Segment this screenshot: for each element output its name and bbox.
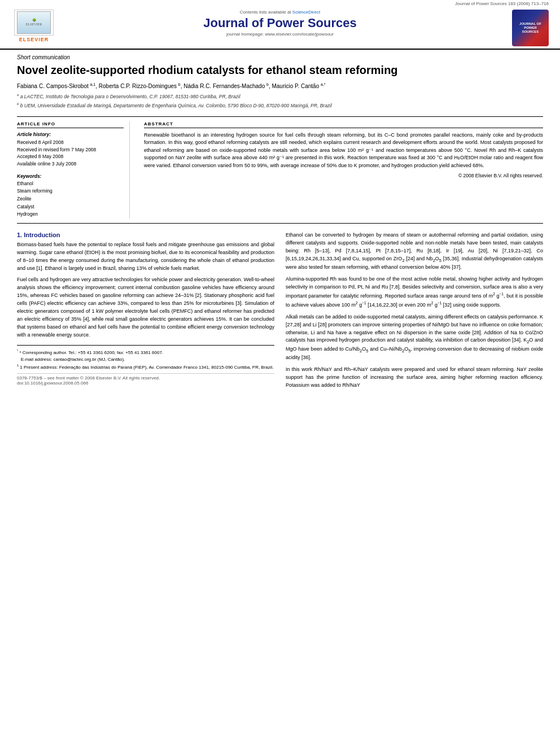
main-content: Short communication Novel zeolite-suppor… (0, 50, 560, 399)
abstract-text: Renewable bioethanol is an interesting h… (144, 132, 543, 170)
header-center: Contents lists available at ScienceDirec… (56, 10, 504, 37)
journal-title: Journal of Power Sources (62, 16, 498, 30)
keyword-zeolite: Zeolite (17, 195, 124, 203)
article-info-col: ARTICLE INFO Article history: Received 8… (17, 121, 130, 219)
footer-issn: 0378-7753/$ – see front matter © 2008 El… (17, 375, 274, 381)
intro-heading: 1. Introduction (17, 231, 274, 238)
intro-para-2: Fuel cells and hydrogen are very attract… (17, 276, 274, 339)
journal-header: 🌳ELSEVIER ELSEVIER Contents lists availa… (0, 6, 560, 50)
article-title: Novel zeolite-supported rhodium catalyst… (17, 63, 543, 77)
article-type: Short communication (17, 54, 543, 60)
elsevier-brand: ELSEVIER (19, 37, 49, 42)
abstract-col: ABSTRACT Renewable bioethanol is an inte… (141, 121, 543, 219)
keyword-ethanol: Ethanol (17, 180, 124, 188)
right-para-1: Ethanol can be converted to hydrogen by … (286, 231, 543, 272)
header-right-logo: JOURNAL OFPOWERSOURCES (504, 10, 549, 46)
article-info-abstract: ARTICLE INFO Article history: Received 8… (17, 116, 543, 224)
citation-text: Journal of Power Sources 183 (2008) 713–… (455, 1, 549, 6)
accepted-date: Accepted 8 May 2008 (17, 153, 124, 160)
elsevier-box: 🌳ELSEVIER (14, 10, 54, 36)
article-info-label: ARTICLE INFO (17, 121, 124, 128)
abstract-label: ABSTRACT (144, 121, 543, 128)
page-footer: 0378-7753/$ – see front matter © 2008 El… (17, 373, 274, 386)
journal-homepage: journal homepage: www.elsevier.com/locat… (62, 32, 498, 37)
footer-doi: doi:10.1016/j.jpowsour.2008.05.066 (17, 381, 274, 386)
body-section: 1. Introduction Biomass-based fuels have… (17, 231, 543, 394)
intro-para-1: Biomass-based fuels have the potential t… (17, 241, 274, 273)
right-para-3: Alkali metals can be added to oxide-supp… (286, 313, 543, 362)
footnote-corresponding: * * Corresponding author. Tel.: +55 41 3… (17, 348, 274, 356)
badge-title: JOURNAL OFPOWERSOURCES (519, 22, 541, 34)
footnote-section: * * Corresponding author. Tel.: +55 41 3… (17, 345, 274, 370)
received-date: Received 8 April 2008 (17, 139, 124, 146)
keywords-label: Keywords: (17, 173, 124, 179)
affiliation-b: b b UEM, Universidade Estadual de Maring… (17, 102, 543, 110)
journal-badge: JOURNAL OFPOWERSOURCES (512, 10, 549, 46)
keyword-steam: Steam reforming (17, 187, 124, 195)
footnote-email: E-mail address: cantao@lactec.org.br (MJ… (17, 356, 274, 363)
authors-line: Fabiana C. Campos-Skrobot a,1, Roberta C… (17, 82, 543, 90)
revised-date: Received in revised form 7 May 2008 (17, 146, 124, 154)
citation-line: Journal of Power Sources 183 (2008) 713–… (0, 0, 560, 6)
page: Journal of Power Sources 183 (2008) 713–… (0, 0, 560, 747)
sciencedirect-line: Contents lists available at ScienceDirec… (62, 10, 498, 15)
copyright: © 2008 Elsevier B.V. All rights reserved… (144, 173, 543, 178)
elsevier-logo-area: 🌳ELSEVIER ELSEVIER (11, 10, 56, 42)
keyword-hydrogen: Hydrogen (17, 211, 124, 219)
right-para-2: Alumina-supported Rh was found to be one… (286, 276, 543, 309)
keyword-catalyst: Catalyst (17, 203, 124, 211)
body-right-col: Ethanol can be converted to hydrogen by … (286, 231, 543, 394)
right-para-4: In this work Rh/NaY and Rh–K/NaY catalys… (286, 366, 543, 390)
footnote-present-address: 1 1 Present address: Federação das Indús… (17, 363, 274, 371)
body-left-col: 1. Introduction Biomass-based fuels have… (17, 231, 274, 394)
sciencedirect-link[interactable]: ScienceDirect (292, 10, 320, 15)
history-label: Article history: (17, 132, 124, 137)
sciencedirect-prefix: Contents lists available at (240, 10, 291, 15)
online-date: Available online 3 July 2008 (17, 160, 124, 168)
affiliation-a: a a LACTEC, Instituto de Tecnologia para… (17, 93, 543, 101)
